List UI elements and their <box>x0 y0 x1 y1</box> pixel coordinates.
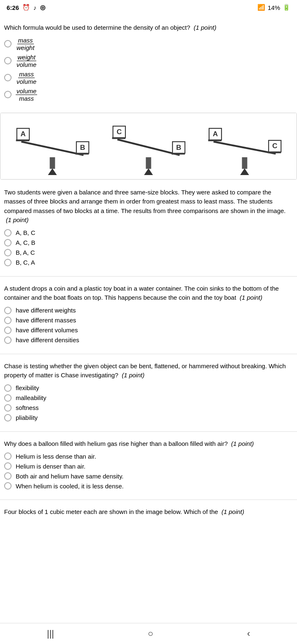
status-left: 6:26 ⏰ ♪ ◎ <box>7 4 45 11</box>
status-bar: 6:26 ⏰ ♪ ◎ 📶 14% 🔋 <box>0 0 297 15</box>
q1-text: Which formula would be used to determine… <box>4 23 290 33</box>
q4-text: Chase is testing whether the given objec… <box>4 362 290 380</box>
q5-radio-b[interactable] <box>4 462 12 470</box>
svg-text:A: A <box>21 130 26 138</box>
q3-text: A student drops a coin and a plastic toy… <box>4 284 290 303</box>
q3-label-b: have different masses <box>16 317 76 324</box>
q1-label-c: mass volume <box>16 71 37 85</box>
q5-radio-a[interactable] <box>4 452 12 460</box>
svg-rect-1 <box>50 157 55 168</box>
question-2: Two students were given a balance and th… <box>0 184 297 273</box>
q5-label-c: Both air and helium have same density. <box>16 473 124 480</box>
balance-1: A B <box>11 117 94 175</box>
q2-radio-c[interactable] <box>4 249 12 256</box>
svg-text:C: C <box>117 127 122 135</box>
svg-text:A: A <box>212 130 217 138</box>
q2-option-d[interactable]: B, C, A <box>4 259 290 266</box>
q1-radio-a[interactable] <box>4 40 12 47</box>
q3-label-d: have different densities <box>16 336 79 343</box>
q5-option-d[interactable]: When helium is cooled, it is less dense. <box>4 482 290 490</box>
q4-label-a: flexibility <box>16 384 39 391</box>
q4-option-c[interactable]: softness <box>4 404 290 412</box>
q3-option-a[interactable]: have different weights <box>4 307 290 314</box>
q4-label-c: softness <box>16 404 39 411</box>
q1-radio-c[interactable] <box>4 74 12 81</box>
q2-label-c: B, A, C <box>16 249 35 256</box>
q2-text: Two students were given a balance and th… <box>4 188 290 225</box>
q3-radio-a[interactable] <box>4 307 12 314</box>
q4-radio-a[interactable] <box>4 384 12 392</box>
q5-option-b[interactable]: Helium is denser than air. <box>4 462 290 470</box>
q2-option-c[interactable]: B, A, C <box>4 249 290 256</box>
q1-option-b[interactable]: weight volume <box>4 54 290 68</box>
q1-option-c[interactable]: mass volume <box>4 71 290 85</box>
q2-radio-b[interactable] <box>4 239 12 246</box>
q6-point: (1 point) <box>222 508 244 515</box>
svg-line-20 <box>213 142 276 154</box>
q1-point: (1 point) <box>193 24 216 31</box>
balance-2: C B <box>107 117 190 175</box>
nav-back-icon[interactable]: ‹ <box>247 628 250 639</box>
time: 6:26 <box>7 4 19 11</box>
q1-option-a[interactable]: mass weight <box>4 37 290 51</box>
q2-radio-a[interactable] <box>4 229 12 237</box>
q4-option-a[interactable]: flexibility <box>4 384 290 392</box>
svg-text:C: C <box>272 142 277 150</box>
q5-option-a[interactable]: Helium is less dense than air. <box>4 452 290 460</box>
status-right: 📶 14% 🔋 <box>257 4 290 11</box>
q4-label-d: pliability <box>16 414 38 421</box>
q6-text: Four blocks of 1 cubic meter each are sh… <box>4 507 290 517</box>
battery-icon: 🔋 <box>283 4 290 11</box>
q3-label-c: have different volumes <box>16 327 78 334</box>
q5-text: Why does a balloon filled with helium ga… <box>4 439 290 449</box>
q4-radio-c[interactable] <box>4 404 12 412</box>
q3-radio-c[interactable] <box>4 327 12 334</box>
balance-image-block: A B C B <box>0 113 297 180</box>
q4-option-b[interactable]: malleability <box>4 394 290 402</box>
q4-radio-b[interactable] <box>4 394 12 402</box>
balance-image: A B C B <box>0 113 297 179</box>
q3-option-c[interactable]: have different volumes <box>4 327 290 334</box>
svg-marker-18 <box>240 168 249 175</box>
q4-radio-d[interactable] <box>4 414 12 421</box>
q2-radio-d[interactable] <box>4 259 12 266</box>
q3-radio-d[interactable] <box>4 336 12 344</box>
q1-radio-b[interactable] <box>4 57 12 64</box>
tiktok-icon: ♪ <box>33 4 37 11</box>
question-5: Why does a balloon filled with helium ga… <box>0 435 297 497</box>
q3-option-d[interactable]: have different densities <box>4 336 290 344</box>
q2-label-d: B, C, A <box>16 259 35 266</box>
q1-label-d: volume mass <box>16 88 37 102</box>
q2-option-b[interactable]: A, C, B <box>4 239 290 246</box>
battery: 14% <box>268 4 280 11</box>
q4-point: (1 point) <box>122 372 144 379</box>
q2-label-a: A, B, C <box>16 229 35 236</box>
q3-radio-b[interactable] <box>4 317 12 324</box>
q1-radio-d[interactable] <box>4 91 12 98</box>
q1-option-d[interactable]: volume mass <box>4 88 290 102</box>
nav-menu-icon[interactable]: ||| <box>47 628 54 639</box>
q4-option-d[interactable]: pliability <box>4 414 290 421</box>
q3-option-b[interactable]: have different masses <box>4 317 290 324</box>
q5-radio-d[interactable] <box>4 482 12 490</box>
q3-point: (1 point) <box>240 294 262 301</box>
svg-rect-19 <box>242 157 247 168</box>
q5-option-c[interactable]: Both air and helium have same density. <box>4 472 290 480</box>
lens-icon: ◎ <box>40 4 45 11</box>
q2-option-a[interactable]: A, B, C <box>4 229 290 237</box>
q2-point: (1 point) <box>6 216 28 223</box>
q2-label-b: A, C, B <box>16 239 35 246</box>
svg-marker-0 <box>48 168 57 175</box>
signal-icon: 📶 <box>257 4 265 11</box>
bottom-nav: ||| ○ ‹ <box>0 623 297 644</box>
q5-label-b: Helium is denser than air. <box>16 463 85 470</box>
svg-marker-9 <box>144 168 153 175</box>
q5-label-d: When helium is cooled, it is less dense. <box>16 483 124 490</box>
nav-home-icon[interactable]: ○ <box>148 628 153 639</box>
question-4: Chase is testing whether the given objec… <box>0 358 297 428</box>
question-3: A student drops a coin and a plastic toy… <box>0 280 297 350</box>
svg-rect-10 <box>146 157 151 168</box>
svg-text:B: B <box>176 143 181 151</box>
q4-label-b: malleability <box>16 394 46 401</box>
q5-radio-c[interactable] <box>4 472 12 480</box>
